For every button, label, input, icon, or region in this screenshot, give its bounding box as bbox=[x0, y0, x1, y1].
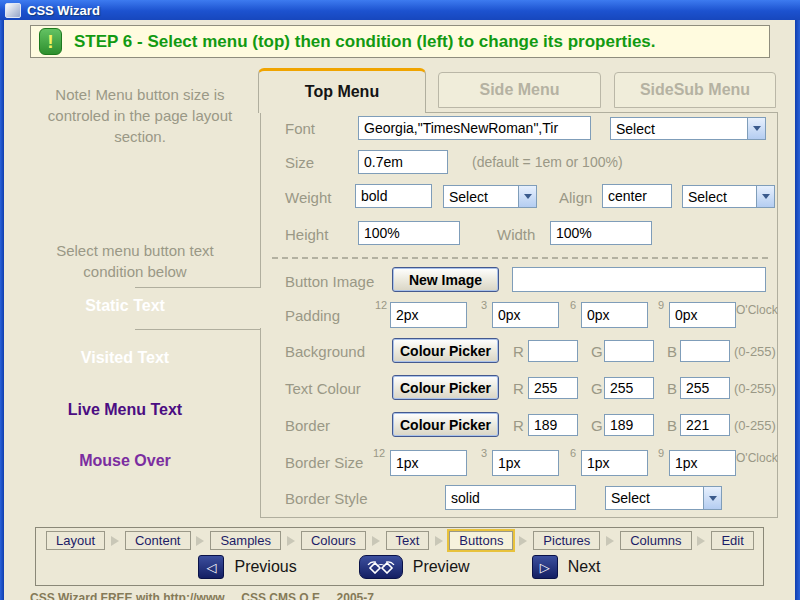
condition-live-menu-text[interactable]: Live Menu Text bbox=[30, 401, 220, 419]
button-image-label: Button Image bbox=[285, 273, 374, 290]
chevron-down-icon bbox=[762, 194, 770, 199]
clock-12-label: 12 bbox=[375, 299, 387, 311]
step-banner-text: STEP 6 - Select menu (top) then conditio… bbox=[74, 32, 656, 52]
border-size-oclock-label: O'Clock bbox=[736, 451, 778, 465]
text-colour-g-input[interactable] bbox=[604, 377, 654, 399]
dropdown-button[interactable] bbox=[756, 186, 774, 207]
padding-12-input[interactable] bbox=[390, 302, 467, 328]
chevron-down-icon bbox=[524, 194, 532, 199]
padding-9-input[interactable] bbox=[669, 302, 736, 328]
padding-6-input[interactable] bbox=[581, 302, 648, 328]
size-hint: (default = 1em or 100%) bbox=[472, 154, 623, 170]
tab-top-menu[interactable]: Top Menu bbox=[258, 68, 426, 113]
condition-mouse-over[interactable]: Mouse Over bbox=[30, 452, 220, 470]
chevron-down-icon bbox=[753, 126, 761, 131]
border-style-select[interactable]: Select bbox=[605, 486, 722, 510]
dropdown-button[interactable] bbox=[518, 186, 536, 207]
titlebar: CSS Wizard bbox=[0, 0, 800, 20]
border-style-input[interactable] bbox=[445, 485, 576, 510]
background-label: Background bbox=[285, 343, 365, 360]
border-size-12-input[interactable] bbox=[390, 450, 467, 476]
weight-select[interactable]: Select bbox=[443, 185, 537, 208]
text-colour-r-input[interactable] bbox=[528, 377, 578, 399]
step-edit[interactable]: Edit bbox=[711, 531, 753, 550]
tab-side-menu[interactable]: Side Menu bbox=[438, 72, 601, 108]
border-size-6-input[interactable] bbox=[581, 450, 648, 476]
background-g-label: G bbox=[591, 343, 603, 360]
border-r-input[interactable] bbox=[528, 414, 578, 436]
background-r-input[interactable] bbox=[528, 340, 578, 362]
previous-button[interactable]: Previous bbox=[198, 555, 296, 579]
condition-visited-text[interactable]: Visited Text bbox=[30, 349, 220, 367]
preview-glasses-icon bbox=[359, 555, 403, 579]
step-layout[interactable]: Layout bbox=[46, 531, 105, 550]
step-arrow-icon bbox=[372, 536, 380, 546]
step-arrow-icon bbox=[111, 536, 119, 546]
next-icon bbox=[532, 555, 558, 579]
new-image-button[interactable]: New Image bbox=[392, 267, 499, 292]
clock-9-label: 9 bbox=[658, 447, 664, 459]
window-border-left bbox=[0, 20, 4, 600]
background-colour-picker-button[interactable]: Colour Picker bbox=[392, 338, 499, 363]
border-b-input[interactable] bbox=[680, 414, 730, 436]
footer-partial-text: CSS Wizard FREE with http://www ... CSS … bbox=[30, 591, 770, 600]
tab-sidesub-menu[interactable]: SideSub Menu bbox=[614, 72, 776, 108]
window-title: CSS Wizard bbox=[27, 3, 100, 18]
background-g-input[interactable] bbox=[604, 340, 654, 362]
background-b-input[interactable] bbox=[680, 340, 730, 362]
size-input[interactable] bbox=[358, 150, 448, 174]
border-label: Border bbox=[285, 417, 330, 434]
clock-12-label: 12 bbox=[373, 447, 385, 459]
text-colour-g-label: G bbox=[591, 380, 603, 397]
dropdown-button[interactable] bbox=[703, 487, 721, 509]
condition-notch bbox=[259, 288, 262, 328]
button-image-input[interactable] bbox=[512, 267, 766, 292]
preview-button[interactable]: Preview bbox=[359, 555, 470, 579]
clock-9-label: 9 bbox=[658, 299, 664, 311]
height-input[interactable] bbox=[358, 221, 460, 245]
text-colour-picker-button[interactable]: Colour Picker bbox=[392, 375, 499, 400]
align-label: Align bbox=[559, 189, 592, 206]
step-text[interactable]: Text bbox=[386, 531, 430, 550]
width-input[interactable] bbox=[550, 221, 652, 245]
step-breadcrumb: Layout Content Samples Colours Text Butt… bbox=[46, 531, 754, 550]
align-input[interactable] bbox=[602, 184, 672, 208]
border-r-label: R bbox=[513, 417, 524, 434]
step-arrow-icon bbox=[606, 536, 614, 546]
clock-6-label: 6 bbox=[570, 299, 576, 311]
padding-3-input[interactable] bbox=[492, 302, 559, 328]
section-divider bbox=[272, 257, 768, 259]
size-label: Size bbox=[285, 154, 314, 171]
font-label: Font bbox=[285, 120, 315, 137]
step-arrow-icon bbox=[697, 536, 705, 546]
next-button[interactable]: Next bbox=[532, 555, 601, 579]
border-colour-picker-button[interactable]: Colour Picker bbox=[392, 412, 499, 437]
weight-input[interactable] bbox=[355, 184, 432, 208]
padding-label: Padding bbox=[285, 307, 340, 324]
border-size-3-input[interactable] bbox=[492, 450, 559, 476]
text-colour-r-label: R bbox=[513, 380, 524, 397]
step-colours[interactable]: Colours bbox=[301, 531, 366, 550]
navigation-buttons: Previous Preview Next bbox=[35, 555, 764, 579]
step-samples[interactable]: Samples bbox=[210, 531, 281, 550]
step-arrow-icon bbox=[196, 536, 204, 546]
step-arrow-icon bbox=[519, 536, 527, 546]
text-colour-b-label: B bbox=[667, 380, 677, 397]
step-columns[interactable]: Columns bbox=[620, 531, 691, 550]
border-range-label: (0-255) bbox=[734, 418, 776, 433]
align-select[interactable]: Select bbox=[682, 185, 775, 208]
clock-6-label: 6 bbox=[570, 447, 576, 459]
font-input[interactable] bbox=[358, 116, 591, 140]
width-label: Width bbox=[497, 226, 535, 243]
step-content[interactable]: Content bbox=[125, 531, 191, 550]
dropdown-button[interactable] bbox=[747, 118, 765, 139]
condition-static-text[interactable]: Static Text bbox=[30, 297, 220, 315]
text-colour-b-input[interactable] bbox=[680, 377, 730, 399]
step-pictures[interactable]: Pictures bbox=[533, 531, 600, 550]
chevron-down-icon bbox=[709, 496, 717, 501]
text-colour-range-label: (0-255) bbox=[734, 381, 776, 396]
border-g-input[interactable] bbox=[604, 414, 654, 436]
border-size-9-input[interactable] bbox=[669, 450, 736, 476]
step-buttons[interactable]: Buttons bbox=[449, 531, 513, 550]
font-select[interactable]: Select bbox=[610, 117, 766, 140]
